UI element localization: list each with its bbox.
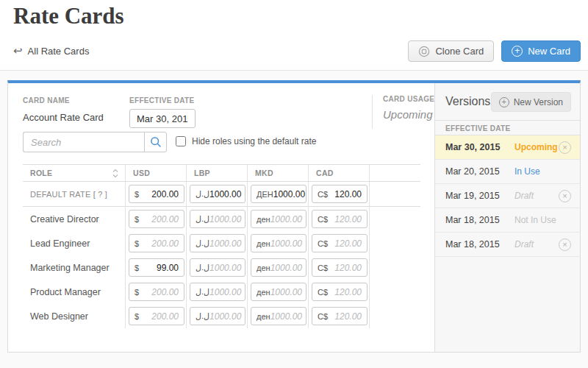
rate-value: 1000.00 [209,214,241,224]
hide-roles-control: Hide roles using the default rate [176,136,316,146]
currency-prefix: ДЕН [257,190,273,199]
mkd-rate-input[interactable]: ден1000.00 [251,258,306,277]
currency-prefix: C$ [318,239,328,248]
empty-cell [370,231,420,255]
new-version-button[interactable]: + New Version [491,92,571,112]
rate-value: 200.00 [151,238,179,249]
remove-version-icon[interactable]: × [559,141,571,154]
rate-value: 200.00 [151,311,179,322]
cad-rate-input[interactable]: C$120.00 [312,210,368,228]
rate-value: 200.00 [151,189,179,199]
new-version-label: New Version [514,97,563,107]
cad-cell: C$120.00 [309,304,370,328]
empty-cell [370,255,420,280]
lbp-column-header: LBP [187,165,248,181]
mkd-rate-input[interactable]: ден1000.00 [251,234,306,252]
role-cell: Marketing Manager [23,255,126,280]
currency-prefix: ден [257,239,270,248]
clone-card-button[interactable]: Clone Card [408,40,494,62]
version-row[interactable]: Mar 20, 2015 In Use [435,160,580,184]
mkd-cell: ден1000.00 [248,231,309,255]
remove-version-icon[interactable]: × [559,190,571,202]
rate-value: 1000.00 [270,311,302,322]
cad-rate-input[interactable]: C$120.00 [312,258,368,277]
remove-version-icon[interactable]: × [559,238,571,251]
version-row[interactable]: Mar 18, 2015 Draft × [435,233,580,257]
usd-rate-input[interactable]: $200.00 [129,307,184,325]
lbp-rate-input[interactable]: ل.ل1000.00 [190,258,245,277]
versions-list: Mar 30, 2015 Upcoming × Mar 20, 2015 In … [435,135,580,257]
back-link[interactable]: ↩ All Rate Cards [13,44,89,57]
lbp-cell: ل.ل1000.00 [187,280,248,304]
cad-rate-input[interactable]: C$120.00 [312,234,368,252]
lbp-cell: ل.ل1000.00 [187,182,248,206]
search-button[interactable] [144,132,167,152]
rate-value: 200.00 [151,287,179,297]
hide-roles-checkbox[interactable] [176,136,186,146]
toolbar: Clone Card + New Card [408,40,581,62]
mkd-rate-input[interactable]: ден1000.00 [251,210,306,228]
lbp-rate-input[interactable]: ل.ل1000.00 [190,283,245,301]
cad-column-header: CAD [309,165,370,181]
mkd-cell: ден1000.00 [248,207,309,231]
plus-icon: + [499,97,509,107]
mkd-cell: ден1000.00 [248,255,309,280]
back-arrow-icon: ↩ [13,44,23,57]
usd-rate-input[interactable]: $99.00 [129,258,184,277]
version-date: Mar 20, 2015 [445,166,514,177]
cad-cell: C$120.00 [309,280,370,304]
role-header-label: ROLE [30,169,52,177]
lbp-rate-input[interactable]: ل.ل1000.00 [190,185,245,203]
mkd-rate-input[interactable]: ден1000.00 [251,307,306,325]
version-row[interactable]: Mar 18, 2015 Not In Use [435,208,580,233]
cad-rate-input[interactable]: C$120.00 [312,185,368,203]
rate-value: 1000.00 [209,263,241,273]
versions-column-header: EFFECTIVE DATE [435,120,580,135]
rate-value: 1000.00 [209,311,241,322]
effective-date-input[interactable] [129,109,196,128]
currency-prefix: C$ [318,263,328,272]
usd-rate-input[interactable]: $200.00 [129,210,184,228]
currency-prefix: ل.ل [196,238,209,248]
version-status: In Use [514,166,571,177]
usd-rate-input[interactable]: $200.00 [129,185,184,203]
rate-value: 1000.00 [209,238,241,249]
search-input[interactable] [23,132,144,152]
currency-prefix: ل.ل [196,263,209,272]
cad-rate-input[interactable]: C$120.00 [312,283,368,301]
cad-rate-input[interactable]: C$120.00 [312,307,368,325]
currency-prefix: C$ [318,215,328,224]
usd-rate-input[interactable]: $200.00 [129,234,184,252]
rate-value: 1000.00 [270,214,302,224]
usd-rate-input[interactable]: $200.00 [129,283,184,301]
lbp-rate-input[interactable]: ل.ل1000.00 [190,234,245,252]
currency-prefix: C$ [318,312,328,321]
table-row: Creative Director $200.00 ل.ل1000.00 ден… [23,207,420,231]
role-cell: Lead Engineer [23,231,126,255]
empty-cell [370,207,420,231]
search-bar [23,132,167,152]
currency-prefix: ل.ل [196,189,209,199]
empty-cell [370,304,420,328]
new-card-button[interactable]: + New Card [501,40,581,62]
usd-cell: $200.00 [126,182,187,206]
rate-table-header: ROLE USD LBP MKD CAD [23,164,420,182]
table-row: DEFAULT RATE [ ? ] $200.00 ل.ل1000.00 ДЕ… [23,182,420,207]
new-card-label: New Card [528,46,570,57]
sort-icon[interactable] [112,169,118,178]
lbp-rate-input[interactable]: ل.ل1000.00 [190,307,245,325]
version-row[interactable]: Mar 30, 2015 Upcoming × [435,135,580,160]
cad-cell: C$120.00 [309,207,370,231]
card-usage-value: Upcoming [383,108,440,121]
role-label: Web Designer [30,311,88,322]
version-row[interactable]: Mar 19, 2015 Draft × [435,184,580,208]
mkd-rate-input[interactable]: ден1000.00 [251,283,306,301]
role-label: Product Manager [30,287,101,297]
lbp-rate-input[interactable]: ل.ل1000.00 [190,210,245,228]
usd-cell: $200.00 [126,231,187,255]
version-status: Draft [514,191,559,201]
empty-cell [370,280,420,304]
mkd-rate-input[interactable]: ДЕН1000.00 [251,185,306,203]
card-name-field: CARD NAME Account Rate Card [23,96,104,123]
rate-value: 1000.00 [270,238,302,249]
